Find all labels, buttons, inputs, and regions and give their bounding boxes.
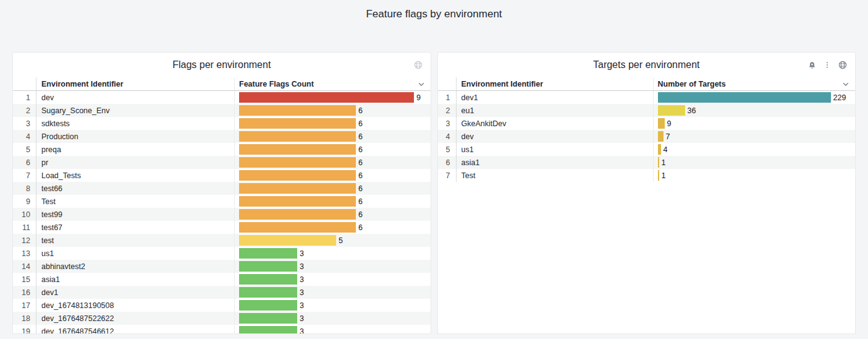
bar-cell: 6	[234, 169, 431, 182]
chevron-down-icon[interactable]	[417, 80, 426, 88]
environment-identifier-cell: eu1	[457, 104, 653, 117]
row-index: 12	[13, 234, 36, 247]
row-index: 3	[13, 117, 36, 130]
bar-cell: 6	[234, 143, 431, 156]
value-bar	[239, 209, 356, 220]
value-label: 3	[300, 262, 304, 271]
table-body: 1dev92Sugary_Scone_Env63sdktests64Produc…	[13, 91, 431, 334]
panel-title[interactable]: Targets per environment	[438, 53, 856, 77]
bar-cell: 1	[653, 169, 856, 182]
table-row: 16dev13	[13, 286, 431, 299]
environment-identifier-cell: Load_Tests	[36, 169, 234, 182]
bar-cell: 7	[653, 130, 856, 143]
value-label: 7	[666, 132, 670, 141]
panel-targets-per-environment: Targets per environment Environment Iden…	[437, 52, 856, 334]
environment-identifier-cell: test99	[36, 208, 234, 221]
value-bar	[239, 105, 356, 116]
value-label: 6	[358, 210, 363, 219]
environment-identifier-cell: asia1	[457, 156, 653, 169]
environment-identifier-column-header[interactable]: Environment Identifier	[36, 77, 234, 90]
environment-identifier-cell: test66	[36, 182, 234, 195]
environment-identifier-cell: dev1	[457, 91, 653, 104]
kebab-icon[interactable]	[823, 61, 832, 69]
table-row: 7Load_Tests6	[13, 169, 431, 182]
table-row: 7Test1	[438, 169, 856, 182]
globe-icon[interactable]	[413, 60, 423, 70]
row-index: 10	[13, 208, 36, 221]
value-label: 9	[416, 93, 421, 102]
bar-cell: 3	[234, 247, 431, 260]
row-index: 7	[438, 169, 457, 182]
row-index: 13	[13, 247, 36, 260]
environment-identifier-cell: dev_1676487546612	[36, 325, 234, 334]
chevron-down-icon[interactable]	[841, 80, 850, 88]
panel-header-icons	[807, 53, 848, 77]
value-label: 1	[662, 158, 666, 167]
environment-identifier-cell: us1	[457, 143, 653, 156]
value-label: 3	[300, 314, 304, 323]
row-index: 4	[13, 130, 36, 143]
value-bar	[239, 196, 356, 207]
value-bar	[658, 105, 685, 116]
bar-cell: 3	[234, 312, 431, 325]
bar-cell: 3	[234, 325, 431, 334]
bar-cell: 36	[653, 104, 856, 117]
table-row: 17dev_16748131905083	[13, 299, 431, 312]
panel-title[interactable]: Flags per environment	[13, 53, 431, 77]
value-label: 3	[300, 301, 304, 310]
bell-plus-icon[interactable]	[807, 61, 817, 70]
row-index: 1	[438, 91, 457, 104]
value-label: 6	[358, 106, 363, 115]
value-label: 6	[358, 171, 363, 180]
value-bar	[658, 157, 659, 168]
row-index: 1	[13, 91, 36, 104]
environment-identifier-cell: dev	[36, 91, 234, 104]
value-bar	[239, 274, 297, 285]
table-row: 2eu136	[438, 104, 856, 117]
value-label: 9	[667, 119, 672, 128]
environment-identifier-cell: abhinavtest2	[36, 260, 234, 273]
table-row: 3sdktests6	[13, 117, 431, 130]
row-index: 18	[13, 312, 36, 325]
table-row: 6asia11	[438, 156, 856, 169]
value-label: 4	[664, 145, 668, 154]
table-row: 18dev_16764875226223	[13, 312, 431, 325]
value-label: 229	[833, 93, 846, 102]
table-body: 1dev12292eu1363GkeAnkitDev94dev75us146as…	[438, 91, 856, 182]
table-row: 8test666	[13, 182, 431, 195]
value-label: 6	[358, 158, 363, 167]
bar-cell: 9	[234, 91, 431, 104]
value-label: 6	[358, 145, 363, 154]
bar-cell: 3	[234, 260, 431, 273]
row-index: 2	[13, 104, 36, 117]
globe-icon[interactable]	[838, 60, 848, 70]
table-row: 4Production6	[13, 130, 431, 143]
row-index: 9	[13, 195, 36, 208]
bar-cell: 3	[234, 273, 431, 286]
value-bar	[658, 170, 659, 181]
number-of-targets-column-header[interactable]: Number of Targets	[658, 80, 726, 88]
environment-identifier-column-header[interactable]: Environment Identifier	[457, 77, 653, 90]
row-index: 2	[438, 104, 457, 117]
value-bar	[239, 92, 414, 103]
table-row: 5us14	[438, 143, 856, 156]
value-label: 6	[358, 119, 363, 128]
table-row: 15asia13	[13, 273, 431, 286]
value-label: 5	[339, 236, 343, 245]
environment-identifier-cell: Test	[457, 169, 653, 182]
row-index: 6	[13, 156, 36, 169]
environment-identifier-cell: us1	[36, 247, 234, 260]
value-bar	[239, 287, 297, 298]
value-bar	[239, 144, 356, 155]
table-row: 9Test6	[13, 195, 431, 208]
feature-flags-count-column-header[interactable]: Feature Flags Count	[239, 80, 314, 88]
row-index: 7	[13, 169, 36, 182]
value-label: 3	[300, 288, 304, 297]
value-bar	[239, 261, 297, 272]
bar-cell: 229	[653, 91, 856, 104]
value-label: 3	[300, 249, 304, 258]
panel-header: Targets per environment	[438, 53, 856, 77]
bar-cell: 1	[653, 156, 856, 169]
value-bar	[239, 326, 297, 334]
environment-identifier-cell: dev1	[36, 286, 234, 299]
